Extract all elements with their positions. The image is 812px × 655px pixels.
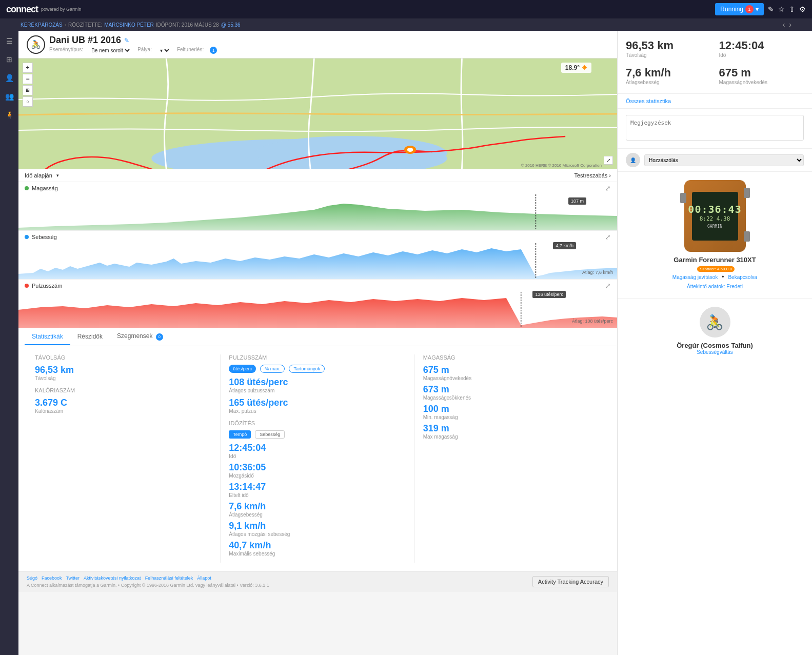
moving-time-label: Mozgásidő [229, 473, 406, 479]
nav-next-btn[interactable]: › [789, 21, 791, 29]
edit-icon[interactable]: ✎ [768, 5, 774, 13]
device-badge: Szoftver: 4.50.0.0 [697, 266, 735, 272]
pulse-bpm-btn[interactable]: ütés/perc [229, 365, 256, 373]
watch-pace-display: 8:22 4.38 [700, 215, 730, 222]
map-svg [18, 58, 617, 169]
date-label: IDŐPONT: 2016 MÁJUS 28 [156, 22, 219, 28]
footer: Súgó Facebook Twitter Aktivitáskövetési … [18, 571, 617, 592]
running-label: Running [720, 6, 743, 13]
edit-title-icon[interactable]: ✎ [124, 37, 129, 44]
map-expand-btn[interactable]: ⤢ [604, 156, 613, 165]
stats-column-3: Magasság 675 m Magasságnövekedés 673 m M… [415, 354, 609, 563]
recorded-by-label: RÖGZÍTETTE: [68, 22, 102, 28]
zoom-in-btn[interactable]: + [23, 63, 33, 73]
comment-avatar: 👤 [626, 153, 640, 167]
notes-section [618, 109, 812, 149]
running-button[interactable]: Running 1 ▾ [715, 3, 764, 15]
logo-area: connect powered by Garmin [6, 4, 82, 15]
stats-tabs: Statisztikák Részidők Szegmensek 0 [18, 328, 617, 346]
circle-btn[interactable]: ○ [23, 96, 33, 107]
elevation-expand-btn[interactable]: ⤢ [605, 184, 611, 192]
sebesség-btn[interactable]: Sebesség [255, 430, 285, 439]
breadcrumb-section[interactable]: KERÉKPÁROZÁS [21, 22, 63, 28]
summary-time-value: 12:45:04 [719, 39, 804, 52]
event-type-select[interactable]: Be nem sorolt [89, 47, 131, 54]
summary-elevation: 675 m Magasságnövekedés [719, 66, 804, 85]
footer-status[interactable]: Állapot [197, 575, 211, 581]
group-icon[interactable]: 👥 [3, 90, 16, 103]
heartrate-value-overlay: 136 ütés/perc [532, 291, 566, 298]
right-panel: 96,53 km Távolság 12:45:04 Idő 7,6 km/h … [617, 31, 812, 655]
all-stats-link[interactable]: Összes statisztika [618, 94, 812, 109]
elevation-stat-label: Magasság [423, 354, 601, 361]
tab-statisztikak[interactable]: Statisztikák [25, 329, 70, 345]
time-label: Idő alapján [25, 172, 52, 178]
tempo-btn[interactable]: Tempó [229, 430, 251, 439]
pulse-max-btn[interactable]: % max. [260, 365, 285, 373]
footer-facebook[interactable]: Facebook [42, 575, 62, 581]
footer-terms[interactable]: Felhasználási feltételek [145, 575, 193, 581]
summary-elevation-value: 675 m [719, 66, 804, 80]
time-selector: Idő alapján ▾ Testreszabás › [18, 169, 617, 182]
bike-icon: 🚴 [700, 307, 730, 338]
avg-speed-value: 7,6 km/h [229, 501, 406, 512]
heartrate-avg-label: Átlag: 108 ütés/perc [572, 319, 613, 324]
footer-activity-policy[interactable]: Aktivitáskövetési nyilatkozat [84, 575, 141, 581]
summary-distance: 96,53 km Távolság [626, 39, 711, 58]
summary-distance-label: Távolság [626, 52, 711, 58]
layers-btn[interactable]: ⊞ [23, 85, 33, 95]
footer-help[interactable]: Súgó [27, 575, 37, 581]
distance-label: Távolság [35, 354, 212, 361]
menu-icon[interactable]: ☰ [4, 35, 15, 47]
avg-moving-speed-label: Átlagos mozgási sebesség [229, 531, 406, 537]
software-badge[interactable]: Szoftver: 4.50.0.0 [695, 266, 735, 271]
speed-expand-btn[interactable]: ⤢ [605, 233, 611, 241]
tab-szegmensek[interactable]: Szegmensek 0 [110, 328, 170, 346]
bike-link[interactable]: Sebességváltás [697, 349, 733, 355]
body-layout: ☰ ⊞ 👤 👥 🧍 🚴 Dani UB #1 2016 ✎ Eseménytíp… [0, 31, 812, 655]
device-section: 00:36:43 8:22 4.38 GARMIN Garmin Forerun… [618, 172, 812, 299]
breadcrumb-author[interactable]: MARCSINKO PÉTER [104, 22, 154, 28]
zoom-out-btn[interactable]: − [23, 74, 33, 84]
heartrate-expand-btn[interactable]: ⤢ [605, 282, 611, 290]
route-select[interactable]: ▾ [158, 47, 171, 54]
heartrate-chart-header: Pulzusszám ⤢ [18, 280, 617, 292]
upload-badge: 1 [210, 47, 217, 54]
activity-title: Dani UB #1 2016 [49, 35, 121, 46]
summary-avg-speed-value: 7,6 km/h [626, 66, 711, 80]
share-icon[interactable]: ⇧ [789, 5, 795, 13]
pulse-zones-btn[interactable]: Tartományok [289, 365, 325, 373]
nav-prev-btn[interactable]: ‹ [783, 21, 785, 29]
user-icon[interactable]: 🧍 [3, 109, 16, 121]
notes-input[interactable] [626, 115, 804, 141]
comment-select[interactable]: Hozzászólás [644, 154, 804, 166]
heartrate-title: Pulzusszám [32, 283, 62, 289]
footer-twitter[interactable]: Twitter [66, 575, 80, 581]
timing-label: Időzítés [229, 420, 406, 426]
summary-avg-speed-label: Átlagsebesség [626, 80, 711, 85]
max-speed-value: 40,7 km/h [229, 540, 406, 551]
elevation-value-overlay: 107 m [568, 197, 586, 205]
bike-section: 🚴 Öregúr (Cosmos Taifun) Sebességváltás [618, 299, 812, 363]
customize-btn[interactable]: Testreszabás › [574, 172, 611, 178]
time-dropdown-icon[interactable]: ▾ [56, 173, 59, 178]
tab-reszidok[interactable]: Részidők [70, 329, 110, 345]
star-icon[interactable]: ☆ [778, 5, 785, 13]
activity-tracking-accuracy-btn[interactable]: Activity Tracking Accuracy [532, 576, 609, 587]
home-icon[interactable]: ⊞ [4, 53, 14, 66]
settings-icon[interactable]: ⚙ [799, 5, 806, 13]
watch-btn-left [680, 193, 686, 203]
charts-section: Idő alapján ▾ Testreszabás › Magasság ⤢ [18, 169, 617, 328]
calibrate-link[interactable]: Bekapcsolva [728, 274, 757, 280]
max-speed-label: Maximális sebesség [229, 551, 406, 557]
moving-time-value: 10:36:05 [229, 462, 406, 473]
timing-stat: Időzítés Tempó Sebesség 12:45:04 Idő 10:… [229, 420, 406, 557]
breadcrumb-time-link[interactable]: @ 55:36 [221, 22, 241, 28]
elevation-link[interactable]: Magasság javítások [672, 274, 718, 280]
overview-link[interactable]: Áttekintő adatok: Eredeti [687, 284, 743, 289]
heartrate-chart-area [18, 292, 617, 328]
speed-chart-area [18, 243, 617, 279]
profile-icon[interactable]: 👤 [3, 72, 16, 84]
device-name: Garmin Forerunner 310XT [674, 256, 756, 264]
watch-time-display: 00:36:43 [688, 203, 741, 215]
